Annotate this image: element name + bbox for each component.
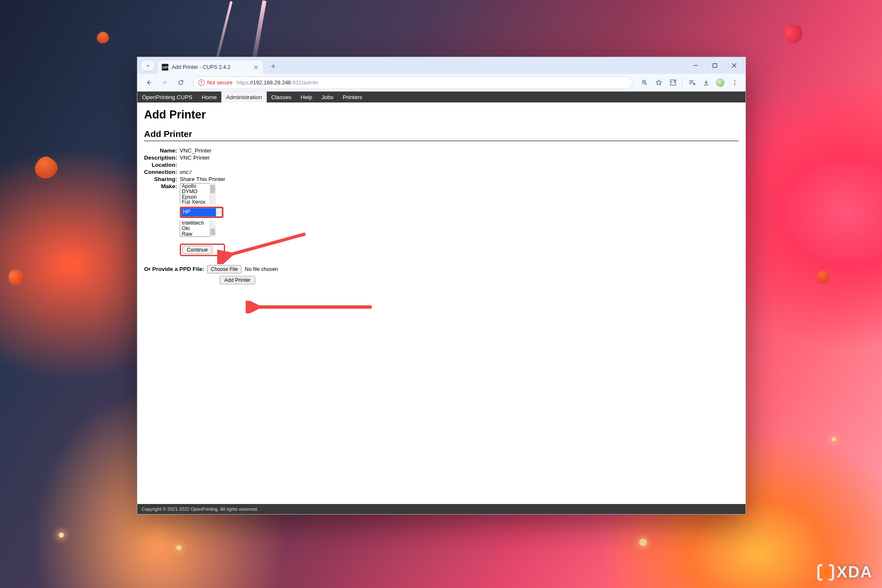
nav-link-administration[interactable]: Administration <box>221 92 267 102</box>
arrow-right-icon <box>161 79 168 86</box>
label-ppd: Or Provide a PPD File: <box>144 266 204 272</box>
svg-point-2 <box>734 80 735 81</box>
nav-link-jobs[interactable]: Jobs <box>317 92 338 102</box>
make-select-group: Apollo DYMO Epson Fuji Xerox HP <box>180 183 226 256</box>
value-description: VNC Printer <box>179 154 226 161</box>
security-label: Not secure <box>207 80 232 86</box>
tab-favicon: CUPS <box>162 64 168 71</box>
nav-link-classes[interactable]: Classes <box>267 92 296 102</box>
arrow-left-icon <box>145 79 152 86</box>
profile-button[interactable] <box>714 76 727 89</box>
browser-menu-button[interactable] <box>728 76 741 89</box>
window-controls <box>686 57 746 74</box>
star-icon <box>655 79 662 86</box>
svg-rect-0 <box>713 64 717 68</box>
browser-window: CUPS Add Printer - CUPS 2.4.2 ! Not secu… <box>137 57 746 514</box>
close-icon <box>254 65 258 70</box>
kebab-icon <box>731 79 738 86</box>
avatar-icon <box>716 79 724 87</box>
choose-file-button[interactable]: Choose File <box>207 265 242 273</box>
label-name: Name: <box>144 147 179 154</box>
xda-logo-icon <box>817 564 834 581</box>
tab-title: Add Printer - CUPS 2.4.2 <box>172 64 253 70</box>
close-icon <box>732 63 737 68</box>
url-text: https://192.168.29.246:631/admin <box>236 79 318 86</box>
window-close-button[interactable] <box>724 59 744 72</box>
chevron-down-icon <box>145 63 151 68</box>
tab-strip: CUPS Add Printer - CUPS 2.4.2 <box>137 57 746 74</box>
extensions-button[interactable] <box>666 76 680 89</box>
cups-content: Add Printer Add Printer Name: VNC_Printe… <box>137 102 746 504</box>
nav-link-help[interactable]: Help <box>296 92 317 102</box>
browser-tab[interactable]: CUPS Add Printer - CUPS 2.4.2 <box>158 60 263 74</box>
security-badge[interactable]: ! Not secure <box>198 79 232 86</box>
ppd-row: Or Provide a PPD File: Choose File No fi… <box>144 265 739 273</box>
nav-back-button[interactable] <box>142 76 156 89</box>
page-viewport: OpenPrinting CUPS Home Administration Cl… <box>137 92 746 514</box>
value-sharing: Share This Printer <box>179 176 226 183</box>
continue-button[interactable]: Continue <box>182 246 213 254</box>
playlist-icon <box>688 79 696 86</box>
make-option-selected[interactable]: HP <box>181 208 216 216</box>
make-selected-frame: HP <box>180 207 223 218</box>
zoom-button[interactable] <box>638 76 651 89</box>
nav-forward-button[interactable] <box>158 76 172 89</box>
section-title: Add Printer <box>144 129 739 141</box>
no-file-label: No file chosen <box>245 266 278 272</box>
new-tab-button[interactable] <box>267 60 279 72</box>
not-secure-icon: ! <box>198 79 205 86</box>
reload-icon <box>177 79 184 86</box>
make-listbox[interactable]: Intellitech Oki Raw <box>180 220 216 237</box>
cups-nav: OpenPrinting CUPS Home Administration Cl… <box>137 92 746 102</box>
value-connection: vnc:/ <box>179 168 226 176</box>
media-control-button[interactable] <box>685 76 698 89</box>
svg-point-4 <box>734 84 735 85</box>
magnifier-icon <box>641 79 648 86</box>
maximize-icon <box>712 63 717 68</box>
xda-watermark: XDA <box>817 563 873 581</box>
bookmark-button[interactable] <box>652 76 665 89</box>
make-listbox[interactable]: Apollo DYMO Epson Fuji Xerox <box>180 183 216 204</box>
label-location: Location: <box>144 161 179 168</box>
value-name: VNC_Printer <box>179 147 226 154</box>
nav-link-printers[interactable]: Printers <box>338 92 367 102</box>
cups-brand: OpenPrinting CUPS <box>137 92 197 102</box>
minimize-icon <box>693 63 698 68</box>
nav-reload-button[interactable] <box>173 76 188 89</box>
puzzle-icon <box>669 79 677 86</box>
download-icon <box>703 79 710 86</box>
cups-footer: Copyright © 2021-2022 OpenPrinting. All … <box>137 504 746 514</box>
label-description: Description: <box>144 154 179 161</box>
label-sharing: Sharing: <box>144 176 179 183</box>
downloads-button[interactable] <box>699 76 713 89</box>
tab-close-button[interactable] <box>253 64 259 70</box>
value-location <box>179 161 226 168</box>
window-maximize-button[interactable] <box>705 59 724 72</box>
continue-frame: Continue <box>180 244 226 256</box>
add-printer-button[interactable]: Add Printer <box>220 276 255 284</box>
tab-search-button[interactable] <box>140 60 155 71</box>
nav-link-home[interactable]: Home <box>197 92 221 102</box>
svg-point-3 <box>734 82 735 83</box>
browser-toolbar: ! Not secure https://192.168.29.246:631/… <box>137 74 746 92</box>
xda-text: XDA <box>837 563 873 581</box>
printer-form: Name: VNC_Printer Description: VNC Print… <box>144 147 225 257</box>
label-connection: Connection: <box>144 168 179 176</box>
page-title: Add Printer <box>144 108 739 121</box>
address-bar[interactable]: ! Not secure https://192.168.29.246:631/… <box>193 76 633 89</box>
plus-icon <box>270 63 276 69</box>
label-make: Make: <box>144 183 179 257</box>
window-minimize-button[interactable] <box>686 59 705 72</box>
